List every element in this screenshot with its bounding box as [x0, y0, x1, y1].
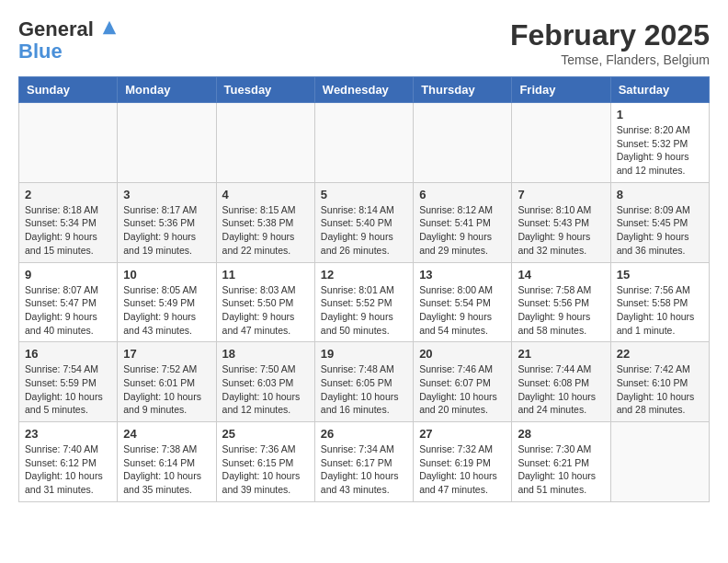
day-info: Sunrise: 7:38 AM Sunset: 6:14 PM Dayligh… — [123, 442, 210, 497]
day-number: 22 — [617, 347, 703, 361]
day-number: 3 — [123, 188, 210, 201]
day-info: Sunrise: 8:10 AM Sunset: 5:43 PM Dayligh… — [518, 203, 604, 258]
logo: General Blue — [18, 18, 118, 63]
day-info: Sunrise: 8:09 AM Sunset: 5:45 PM Dayligh… — [617, 203, 703, 258]
week-row-3: 9Sunrise: 8:07 AM Sunset: 5:47 PM Daylig… — [19, 262, 710, 342]
day-cell: 12Sunrise: 8:01 AM Sunset: 5:52 PM Dayli… — [314, 262, 413, 342]
week-row-4: 16Sunrise: 7:54 AM Sunset: 5:59 PM Dayli… — [19, 342, 710, 422]
day-number: 18 — [222, 347, 309, 361]
day-number: 20 — [419, 347, 506, 361]
day-info: Sunrise: 7:46 AM Sunset: 6:07 PM Dayligh… — [419, 362, 506, 417]
day-cell: 19Sunrise: 7:48 AM Sunset: 6:05 PM Dayli… — [314, 342, 413, 422]
day-cell: 25Sunrise: 7:36 AM Sunset: 6:15 PM Dayli… — [216, 422, 314, 502]
day-info: Sunrise: 7:36 AM Sunset: 6:15 PM Dayligh… — [222, 442, 309, 497]
day-number: 6 — [419, 188, 506, 201]
day-number: 23 — [25, 427, 111, 441]
day-info: Sunrise: 7:30 AM Sunset: 6:21 PM Dayligh… — [518, 442, 604, 497]
day-cell: 15Sunrise: 7:56 AM Sunset: 5:58 PM Dayli… — [610, 262, 709, 342]
day-number: 27 — [419, 427, 506, 441]
day-info: Sunrise: 7:56 AM Sunset: 5:58 PM Dayligh… — [617, 283, 703, 338]
location: Temse, Flanders, Belgium — [510, 52, 710, 67]
svg-marker-0 — [103, 21, 116, 34]
day-info: Sunrise: 7:52 AM Sunset: 6:01 PM Dayligh… — [123, 362, 210, 417]
day-info: Sunrise: 7:40 AM Sunset: 6:12 PM Dayligh… — [25, 442, 111, 497]
day-cell: 20Sunrise: 7:46 AM Sunset: 6:07 PM Dayli… — [414, 342, 512, 422]
day-info: Sunrise: 7:42 AM Sunset: 6:10 PM Dayligh… — [617, 362, 703, 417]
col-header-wednesday: Wednesday — [314, 77, 413, 103]
week-row-2: 2Sunrise: 8:18 AM Sunset: 5:34 PM Daylig… — [19, 182, 710, 262]
logo-text: General — [18, 18, 118, 40]
week-row-1: 1Sunrise: 8:20 AM Sunset: 5:32 PM Daylig… — [19, 103, 710, 183]
day-number: 1 — [617, 108, 703, 121]
logo-text-blue: Blue — [18, 40, 118, 63]
day-number: 7 — [518, 188, 604, 201]
logo-icon — [101, 19, 118, 36]
calendar-header-row: SundayMondayTuesdayWednesdayThursdayFrid… — [19, 77, 710, 103]
day-number: 5 — [321, 188, 407, 201]
day-cell: 9Sunrise: 8:07 AM Sunset: 5:47 PM Daylig… — [19, 262, 118, 342]
day-number: 12 — [321, 268, 407, 282]
day-info: Sunrise: 8:12 AM Sunset: 5:41 PM Dayligh… — [419, 203, 506, 258]
day-cell — [512, 103, 610, 183]
month-title: February 2025 — [510, 18, 710, 52]
day-number: 8 — [617, 188, 703, 201]
day-cell — [19, 103, 118, 183]
day-info: Sunrise: 7:32 AM Sunset: 6:19 PM Dayligh… — [419, 442, 506, 497]
day-info: Sunrise: 7:34 AM Sunset: 6:17 PM Dayligh… — [321, 442, 407, 497]
day-number: 9 — [25, 268, 111, 282]
day-cell: 17Sunrise: 7:52 AM Sunset: 6:01 PM Dayli… — [118, 342, 216, 422]
day-info: Sunrise: 8:05 AM Sunset: 5:49 PM Dayligh… — [123, 283, 210, 338]
col-header-tuesday: Tuesday — [216, 77, 314, 103]
day-number: 17 — [123, 347, 210, 361]
day-info: Sunrise: 7:48 AM Sunset: 6:05 PM Dayligh… — [321, 362, 407, 417]
col-header-thursday: Thursday — [414, 77, 512, 103]
page-header: General Blue February 2025 Temse, Flande… — [18, 18, 710, 67]
day-info: Sunrise: 8:01 AM Sunset: 5:52 PM Dayligh… — [321, 283, 407, 338]
day-cell: 6Sunrise: 8:12 AM Sunset: 5:41 PM Daylig… — [414, 182, 512, 262]
day-info: Sunrise: 7:50 AM Sunset: 6:03 PM Dayligh… — [222, 362, 309, 417]
day-number: 21 — [518, 347, 604, 361]
col-header-sunday: Sunday — [19, 77, 118, 103]
day-cell: 24Sunrise: 7:38 AM Sunset: 6:14 PM Dayli… — [118, 422, 216, 502]
day-cell: 11Sunrise: 8:03 AM Sunset: 5:50 PM Dayli… — [216, 262, 314, 342]
day-cell: 26Sunrise: 7:34 AM Sunset: 6:17 PM Dayli… — [314, 422, 413, 502]
day-cell — [314, 103, 413, 183]
day-cell — [216, 103, 314, 183]
day-number: 2 — [25, 188, 111, 201]
day-cell: 2Sunrise: 8:18 AM Sunset: 5:34 PM Daylig… — [19, 182, 118, 262]
title-block: February 2025 Temse, Flanders, Belgium — [510, 18, 710, 67]
day-cell: 22Sunrise: 7:42 AM Sunset: 6:10 PM Dayli… — [610, 342, 709, 422]
day-cell: 1Sunrise: 8:20 AM Sunset: 5:32 PM Daylig… — [610, 103, 709, 183]
day-info: Sunrise: 8:00 AM Sunset: 5:54 PM Dayligh… — [419, 283, 506, 338]
day-cell — [610, 422, 709, 502]
day-number: 28 — [518, 427, 604, 441]
day-cell: 13Sunrise: 8:00 AM Sunset: 5:54 PM Dayli… — [414, 262, 512, 342]
day-cell: 28Sunrise: 7:30 AM Sunset: 6:21 PM Dayli… — [512, 422, 610, 502]
day-cell: 18Sunrise: 7:50 AM Sunset: 6:03 PM Dayli… — [216, 342, 314, 422]
day-number: 24 — [123, 427, 210, 441]
day-cell: 14Sunrise: 7:58 AM Sunset: 5:56 PM Dayli… — [512, 262, 610, 342]
col-header-friday: Friday — [512, 77, 610, 103]
day-cell: 16Sunrise: 7:54 AM Sunset: 5:59 PM Dayli… — [19, 342, 118, 422]
day-info: Sunrise: 8:17 AM Sunset: 5:36 PM Dayligh… — [123, 203, 210, 258]
day-number: 14 — [518, 268, 604, 282]
day-number: 10 — [123, 268, 210, 282]
day-number: 15 — [617, 268, 703, 282]
calendar: SundayMondayTuesdayWednesdayThursdayFrid… — [18, 76, 710, 502]
day-info: Sunrise: 8:03 AM Sunset: 5:50 PM Dayligh… — [222, 283, 309, 338]
day-cell — [118, 103, 216, 183]
day-number: 19 — [321, 347, 407, 361]
day-number: 13 — [419, 268, 506, 282]
day-info: Sunrise: 8:07 AM Sunset: 5:47 PM Dayligh… — [25, 283, 111, 338]
day-number: 26 — [321, 427, 407, 441]
day-info: Sunrise: 8:20 AM Sunset: 5:32 PM Dayligh… — [617, 123, 703, 178]
day-info: Sunrise: 7:54 AM Sunset: 5:59 PM Dayligh… — [25, 362, 111, 417]
day-info: Sunrise: 8:15 AM Sunset: 5:38 PM Dayligh… — [222, 203, 309, 258]
week-row-5: 23Sunrise: 7:40 AM Sunset: 6:12 PM Dayli… — [19, 422, 710, 502]
day-info: Sunrise: 8:18 AM Sunset: 5:34 PM Dayligh… — [25, 203, 111, 258]
day-cell: 8Sunrise: 8:09 AM Sunset: 5:45 PM Daylig… — [610, 182, 709, 262]
day-number: 16 — [25, 347, 111, 361]
day-number: 4 — [222, 188, 309, 201]
day-cell: 10Sunrise: 8:05 AM Sunset: 5:49 PM Dayli… — [118, 262, 216, 342]
col-header-saturday: Saturday — [610, 77, 709, 103]
